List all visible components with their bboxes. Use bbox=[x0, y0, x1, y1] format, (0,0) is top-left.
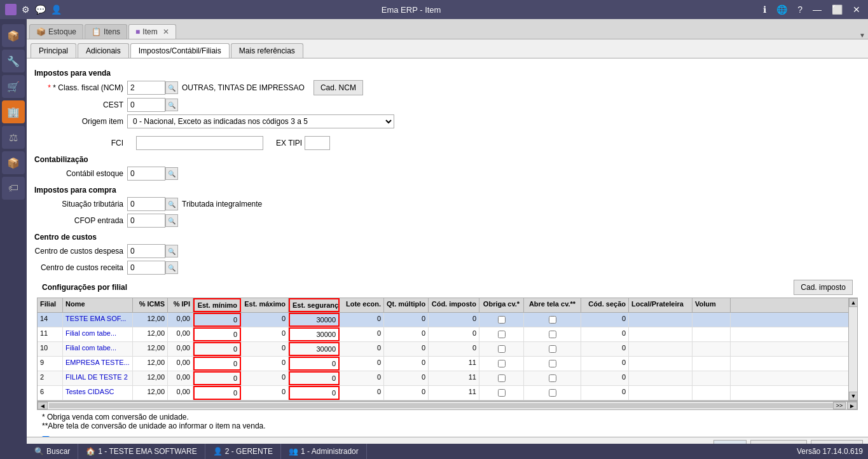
centro-despesa-input[interactable] bbox=[127, 244, 165, 258]
help-icon[interactable]: ? bbox=[795, 4, 805, 15]
obriga-checkbox[interactable] bbox=[498, 345, 506, 353]
table-row[interactable]: 6 Testes CIDASC 12,00 0,00 0 0 0 0 0 11 … bbox=[38, 386, 857, 401]
centro-receita-search-btn[interactable]: 🔍 bbox=[165, 261, 178, 274]
cell-est-seg[interactable]: 30000 bbox=[289, 327, 340, 341]
cell-est-min[interactable]: 0 bbox=[193, 313, 241, 327]
scroll-down-btn[interactable]: ▼ bbox=[849, 392, 858, 401]
cest-search-btn[interactable]: 🔍 bbox=[165, 99, 178, 111]
cell-est-min[interactable]: 0 bbox=[193, 386, 241, 400]
table-row[interactable]: 14 TESTE EMA SOF... 12,00 0,00 0 0 30000… bbox=[38, 313, 857, 327]
cell-est-min[interactable]: 0 bbox=[193, 342, 241, 356]
cell-est-max[interactable]: 0 bbox=[241, 342, 289, 356]
cell-obriga[interactable] bbox=[479, 327, 524, 341]
cell-est-seg[interactable]: 30000 bbox=[289, 342, 340, 356]
cfop-entrada-input[interactable] bbox=[127, 214, 165, 228]
cell-est-seg[interactable]: 30000 bbox=[289, 313, 340, 327]
cell-abre[interactable] bbox=[524, 386, 581, 400]
horizontal-scrollbar[interactable]: ◄ >> ► bbox=[37, 401, 858, 410]
cell-obriga[interactable] bbox=[479, 386, 524, 400]
cell-est-max[interactable]: 0 bbox=[241, 357, 289, 371]
sidebar-icon-box[interactable]: 📦 bbox=[2, 24, 25, 47]
sidebar-icon-wrench[interactable]: 🔧 bbox=[2, 50, 25, 72]
cad-imposto-btn[interactable]: Cad. imposto bbox=[794, 280, 853, 295]
subtab-referencias[interactable]: Mais referências bbox=[231, 43, 303, 58]
obriga-checkbox[interactable] bbox=[498, 331, 506, 338]
abre-checkbox[interactable] bbox=[549, 360, 556, 367]
class-fiscal-input[interactable] bbox=[127, 81, 165, 95]
ex-tipi-input[interactable] bbox=[305, 136, 330, 150]
sidebar-icon-badge[interactable]: 🏷 bbox=[2, 177, 25, 200]
table-row[interactable]: 2 FILIAL DE TESTE 2 12,00 0,00 0 0 0 0 0… bbox=[38, 371, 857, 386]
obriga-checkbox[interactable] bbox=[498, 389, 506, 397]
origem-select[interactable]: 0 - Nacional, Exceto as indicadas nos có… bbox=[127, 114, 394, 128]
vertical-scrollbar[interactable]: ▲ ▼ bbox=[848, 298, 857, 401]
class-fiscal-search-btn[interactable]: 🔍 bbox=[165, 81, 178, 94]
maximize-icon[interactable]: ⬜ bbox=[829, 4, 845, 15]
table-row[interactable]: 10 Filial com tabe... 12,00 0,00 0 0 300… bbox=[38, 342, 857, 357]
cell-obriga[interactable] bbox=[479, 313, 524, 327]
cell-est-max[interactable]: 0 bbox=[241, 313, 289, 327]
cell-obriga[interactable] bbox=[479, 357, 524, 371]
abre-checkbox[interactable] bbox=[549, 316, 556, 324]
fci-input[interactable] bbox=[136, 136, 263, 150]
table-row[interactable]: 11 Filial com tabe... 12,00 0,00 0 0 300… bbox=[38, 327, 857, 342]
cell-est-seg[interactable]: 0 bbox=[289, 371, 340, 385]
obriga-checkbox[interactable] bbox=[498, 360, 506, 367]
tab-item-close[interactable]: ✕ bbox=[163, 27, 169, 36]
obriga-checkbox[interactable] bbox=[498, 316, 506, 324]
tab-itens[interactable]: 📋 Itens bbox=[85, 24, 127, 39]
sidebar-icon-cart[interactable]: 🛒 bbox=[2, 75, 25, 98]
cell-abre[interactable] bbox=[524, 313, 581, 327]
tab-estoque[interactable]: 📦 Estoque bbox=[29, 24, 83, 39]
cell-est-min[interactable]: 0 bbox=[193, 327, 241, 341]
cell-est-seg[interactable]: 0 bbox=[289, 386, 340, 400]
sidebar-icon-scale[interactable]: ⚖ bbox=[2, 126, 25, 149]
abre-checkbox[interactable] bbox=[549, 331, 556, 338]
cad-ncm-btn[interactable]: Cad. NCM bbox=[313, 80, 363, 95]
cell-est-max[interactable]: 0 bbox=[241, 371, 289, 385]
cfop-entrada-search-btn[interactable]: 🔍 bbox=[165, 214, 178, 227]
sidebar-icon-building[interactable]: 🏢 bbox=[2, 100, 25, 123]
contabil-estoque-search-btn[interactable]: 🔍 bbox=[165, 167, 178, 180]
cell-est-min[interactable]: 0 bbox=[193, 357, 241, 371]
subtab-principal[interactable]: Principal bbox=[31, 43, 76, 58]
sit-tributaria-search-btn[interactable]: 🔍 bbox=[165, 198, 178, 210]
cell-obriga[interactable] bbox=[479, 342, 524, 356]
subtab-adicionais[interactable]: Adicionais bbox=[78, 43, 129, 58]
cell-est-seg[interactable]: 0 bbox=[289, 357, 340, 371]
scroll-left-btn[interactable]: ◄ bbox=[38, 402, 48, 409]
minimize-icon[interactable]: — bbox=[810, 4, 824, 15]
status-buscar[interactable]: 🔍 Buscar bbox=[27, 444, 78, 459]
cell-est-max[interactable]: 0 bbox=[241, 386, 289, 400]
scroll-up-btn[interactable]: ▲ bbox=[849, 298, 858, 307]
subtab-impostos[interactable]: Impostos/Contábil/Filiais bbox=[130, 43, 230, 58]
settings-icon[interactable]: ⚙ bbox=[22, 4, 30, 15]
close-icon[interactable]: ✕ bbox=[850, 4, 863, 15]
sidebar-icon-package[interactable]: 📦 bbox=[2, 151, 25, 174]
cell-est-max[interactable]: 0 bbox=[241, 327, 289, 341]
cell-abre[interactable] bbox=[524, 342, 581, 356]
user-icon[interactable]: 👤 bbox=[51, 4, 62, 15]
abre-checkbox[interactable] bbox=[549, 389, 556, 397]
abre-checkbox[interactable] bbox=[549, 345, 556, 353]
sit-tributaria-input[interactable] bbox=[127, 197, 165, 211]
obriga-checkbox[interactable] bbox=[498, 374, 506, 382]
centro-despesa-search-btn[interactable]: 🔍 bbox=[165, 245, 178, 257]
scroll-right-extended-btn[interactable]: >> bbox=[833, 402, 846, 409]
tabs-dropdown-icon[interactable]: ▼ bbox=[859, 32, 865, 39]
centro-receita-input[interactable] bbox=[127, 261, 165, 275]
abre-checkbox[interactable] bbox=[549, 374, 556, 382]
cest-input[interactable] bbox=[127, 98, 165, 112]
cell-abre[interactable] bbox=[524, 371, 581, 385]
chat-icon[interactable]: 💬 bbox=[35, 4, 46, 15]
tab-item[interactable]: ■ Item ✕ bbox=[128, 24, 176, 39]
globe-icon[interactable]: 🌐 bbox=[774, 4, 790, 15]
cell-obriga[interactable] bbox=[479, 371, 524, 385]
cell-est-min[interactable]: 0 bbox=[193, 371, 241, 385]
info-icon[interactable]: ℹ bbox=[761, 4, 769, 15]
table-row[interactable]: 9 EMPRESA TESTE... 12,00 0,00 0 0 0 0 0 … bbox=[38, 357, 857, 371]
cell-abre[interactable] bbox=[524, 357, 581, 371]
contabil-estoque-input[interactable] bbox=[127, 167, 165, 181]
cell-abre[interactable] bbox=[524, 327, 581, 341]
scroll-right-btn[interactable]: ► bbox=[847, 402, 857, 409]
